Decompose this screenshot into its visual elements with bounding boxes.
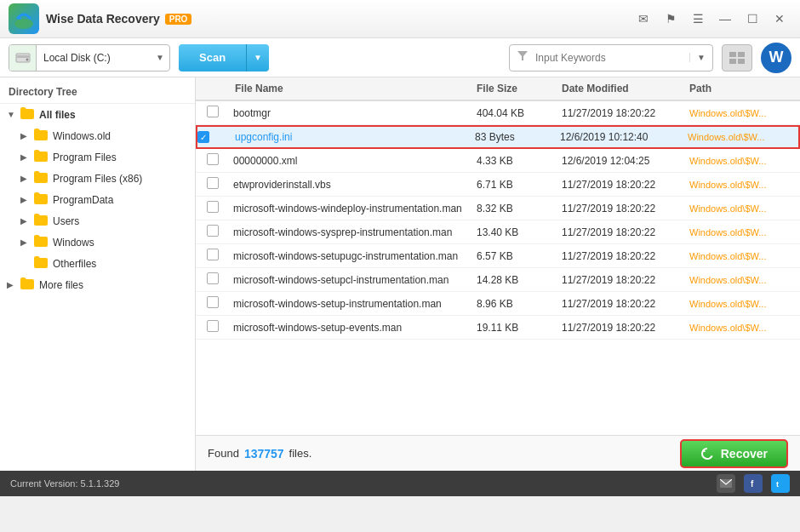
folder-icon-windows [34, 235, 48, 249]
folder-icon-users [34, 214, 48, 228]
checkbox[interactable] [207, 225, 219, 237]
sidebar-item-program-files[interactable]: ▶ Program Files [0, 146, 195, 168]
row-filename-5: microsoft-windows-sysprep-instrumentatio… [230, 226, 477, 238]
tree-arrow-pfx86: ▶ [20, 174, 34, 183]
table-row[interactable]: microsoft-windows-windeploy-instrumentat… [196, 197, 800, 220]
table-row[interactable]: microsoft-windows-setupcl-instrumentatio… [196, 268, 800, 292]
row-path-1: Windows.old\$W... [688, 132, 798, 142]
recover-button[interactable]: Recover [680, 439, 788, 468]
sidebar-item-program-files-x86[interactable]: ▶ Program Files (x86) [0, 168, 195, 189]
sidebar-item-users[interactable]: ▶ Users [0, 210, 195, 232]
email-icon[interactable] [717, 474, 735, 493]
table-row[interactable]: microsoft-windows-setup-events.man 19.11… [196, 316, 800, 340]
recover-label: Recover [721, 447, 768, 460]
sidebar-item-windows-old[interactable]: ▶ Windows.old [0, 125, 195, 146]
row-checkbox-2[interactable] [196, 153, 230, 168]
scan-button[interactable]: Scan [179, 44, 246, 72]
checkbox[interactable] [207, 153, 219, 165]
search-dropdown-arrow[interactable]: ▼ [689, 53, 712, 62]
checkbox[interactable]: ✓ [197, 131, 209, 143]
table-row[interactable]: ✓ upgconfig.ini 83 Bytes 12/6/2019 10:12… [196, 125, 800, 149]
checkbox[interactable] [207, 320, 219, 332]
header-datemodified: Date Modified [562, 83, 689, 94]
toolbar: Local Disk (C:) ▼ Scan ▼ ▼ W [0, 38, 800, 77]
row-filename-3: etwproviderinstall.vbs [230, 179, 477, 191]
tree-arrow-pf: ▶ [20, 152, 34, 162]
row-filesize-5: 13.40 KB [477, 226, 562, 238]
row-checkbox-1[interactable]: ✓ [197, 131, 231, 143]
row-path-3: Windows.old\$W... [689, 180, 800, 190]
row-filename-1: upgconfig.ini [231, 131, 475, 143]
bookmark-icon[interactable]: ⚑ [659, 7, 683, 31]
sidebar-label-all-files: All files [39, 109, 76, 121]
header-filename: File Name [230, 83, 477, 94]
checkbox[interactable] [207, 106, 219, 117]
row-filename-2: 00000000.xml [230, 155, 477, 167]
row-date-0: 11/27/2019 18:20:22 [562, 107, 689, 119]
row-checkbox-0[interactable] [196, 106, 230, 120]
checkbox[interactable] [207, 249, 219, 260]
row-checkbox-3[interactable] [196, 177, 230, 192]
row-filesize-1: 83 Bytes [475, 131, 560, 143]
sidebar-label-otherfiles: Otherfiles [53, 258, 96, 270]
table-row[interactable]: etwproviderinstall.vbs 6.71 KB 11/27/201… [196, 173, 800, 197]
row-checkbox-5[interactable] [196, 225, 230, 239]
row-checkbox-4[interactable] [196, 201, 230, 215]
sidebar-label-pfx86: Program Files (x86) [53, 173, 142, 185]
sidebar-label-pd: ProgramData [53, 194, 113, 206]
minimize-icon[interactable]: — [713, 7, 737, 31]
table-row[interactable]: microsoft-windows-setupugc-instrumentati… [196, 244, 800, 268]
tree-arrow-pd: ▶ [20, 195, 34, 204]
scan-dropdown-arrow[interactable]: ▼ [246, 44, 269, 72]
app-logo [9, 3, 39, 34]
tree-arrow-more: ▶ [7, 280, 20, 289]
row-checkbox-9[interactable] [196, 320, 230, 335]
search-input[interactable] [535, 52, 689, 64]
filter-icon [510, 50, 535, 65]
maximize-icon[interactable]: ☐ [740, 7, 764, 31]
folder-icon-more [20, 277, 34, 292]
close-icon[interactable]: ✕ [768, 7, 791, 31]
user-avatar[interactable]: W [761, 43, 791, 73]
message-icon[interactable]: ✉ [631, 7, 655, 31]
checkbox[interactable] [207, 201, 219, 213]
folder-icon-other [34, 256, 48, 271]
table-row[interactable]: microsoft-windows-sysprep-instrumentatio… [196, 220, 800, 244]
view-toggle-button[interactable] [722, 44, 752, 72]
row-date-4: 11/27/2019 18:20:22 [562, 203, 689, 215]
row-path-9: Windows.old\$W... [689, 323, 800, 333]
header-path: Path [689, 83, 800, 94]
sidebar-item-all-files[interactable]: ▼ All files [0, 104, 195, 125]
table-row[interactable]: microsoft-windows-setup-instrumentation.… [196, 292, 800, 316]
header-filesize: File Size [477, 83, 562, 94]
tree-arrow-windows: ▶ [20, 237, 34, 247]
row-filesize-4: 8.32 KB [477, 203, 562, 215]
table-row[interactable]: bootmgr 404.04 KB 11/27/2019 18:20:22 Wi… [196, 101, 800, 125]
checkbox[interactable] [207, 272, 219, 284]
checkbox[interactable] [207, 177, 219, 189]
row-checkbox-8[interactable] [196, 296, 230, 311]
svg-text:t: t [776, 480, 779, 489]
sidebar-item-programdata[interactable]: ▶ ProgramData [0, 189, 195, 210]
sidebar-label-users: Users [53, 215, 79, 227]
menu-icon[interactable]: ☰ [686, 7, 710, 31]
row-date-5: 11/27/2019 18:20:22 [562, 226, 689, 238]
row-checkbox-6[interactable] [196, 249, 230, 263]
row-checkbox-7[interactable] [196, 272, 230, 287]
disk-label: Local Disk (C:) [37, 52, 151, 64]
checkbox[interactable] [207, 296, 219, 308]
sidebar-item-otherfiles[interactable]: ▶ Otherfiles [0, 253, 195, 274]
facebook-icon[interactable]: f [744, 474, 763, 493]
found-count: 137757 [244, 447, 284, 460]
bottom-bar: Found 137757 files. Recover [196, 435, 800, 471]
folder-icon-pd [34, 192, 48, 207]
sidebar-item-more-files[interactable]: ▶ More files [0, 274, 195, 295]
svg-rect-8 [738, 59, 745, 64]
table-row[interactable]: 00000000.xml 4.33 KB 12/6/2019 12:04:25 … [196, 149, 800, 173]
twitter-icon[interactable]: t [771, 474, 790, 493]
svg-rect-2 [17, 55, 29, 58]
tree-arrow-windows-old: ▶ [20, 131, 34, 140]
disk-selector[interactable]: Local Disk (C:) ▼ [9, 44, 170, 72]
sidebar-item-windows[interactable]: ▶ Windows [0, 232, 195, 253]
row-filesize-8: 8.96 KB [477, 298, 562, 310]
